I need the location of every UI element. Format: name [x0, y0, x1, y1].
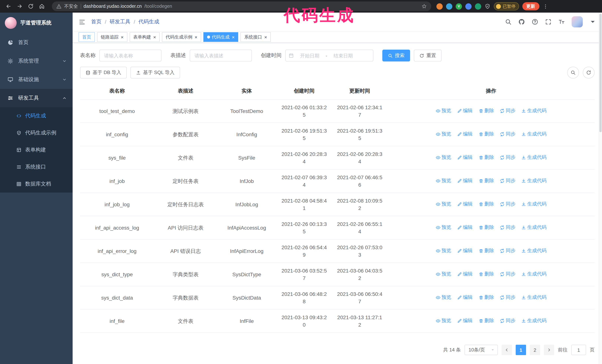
sync-link[interactable]: 同步	[500, 107, 516, 114]
next-page-button[interactable]	[544, 345, 554, 355]
preview-link[interactable]: 预览	[435, 177, 451, 185]
sync-link[interactable]: 同步	[500, 247, 516, 255]
sync-link[interactable]: 同步	[500, 154, 516, 161]
generate-code-link[interactable]: 生成代码	[521, 107, 547, 114]
edit-link[interactable]: 编辑	[457, 270, 473, 278]
date-range-picker[interactable]: -	[285, 50, 373, 62]
close-icon[interactable]: ×	[264, 35, 267, 40]
tab-form-builder[interactable]: 表单构建 ×	[129, 32, 160, 42]
table-desc-input[interactable]	[190, 50, 252, 62]
sync-link[interactable]: 同步	[500, 200, 516, 208]
generate-code-link[interactable]: 生成代码	[521, 270, 547, 278]
edit-link[interactable]: 编辑	[457, 294, 473, 301]
sidebar-item-form-builder[interactable]: 表单构建	[0, 141, 73, 158]
edit-link[interactable]: 编辑	[457, 200, 473, 208]
sync-link[interactable]: 同步	[500, 294, 516, 301]
tab-system-api[interactable]: 系统接口 ×	[241, 32, 271, 42]
help-icon[interactable]	[532, 19, 538, 25]
goto-page-input[interactable]	[571, 345, 586, 355]
edit-link[interactable]: 编辑	[457, 224, 473, 231]
edit-link[interactable]: 编辑	[457, 107, 473, 114]
close-icon[interactable]: ×	[194, 35, 197, 40]
delete-link[interactable]: 删除	[478, 224, 494, 231]
delete-link[interactable]: 删除	[478, 247, 494, 255]
font-size-icon[interactable]	[558, 19, 565, 25]
tab-home[interactable]: 首页	[78, 32, 95, 42]
sidebar-item-system-api[interactable]: 系统接口	[0, 158, 73, 176]
generate-code-link[interactable]: 生成代码	[521, 131, 547, 138]
sync-link[interactable]: 同步	[500, 131, 516, 138]
preview-link[interactable]: 预览	[435, 247, 451, 255]
preview-link[interactable]: 预览	[435, 270, 451, 278]
delete-link[interactable]: 删除	[478, 294, 494, 301]
page-scrollbar[interactable]	[599, 13, 602, 364]
generate-code-link[interactable]: 生成代码	[521, 294, 547, 301]
prev-page-button[interactable]	[502, 345, 512, 355]
preview-link[interactable]: 预览	[435, 154, 451, 161]
caret-down-icon[interactable]	[589, 19, 596, 25]
preview-link[interactable]: 预览	[435, 317, 451, 324]
sidebar-item-home[interactable]: 首页	[0, 33, 73, 52]
delete-link[interactable]: 删除	[478, 177, 494, 185]
tab-tracing[interactable]: 链路追踪 ×	[97, 32, 127, 42]
delete-link[interactable]: 删除	[478, 270, 494, 278]
sidebar-item-codegen[interactable]: 代码生成	[0, 107, 73, 125]
breadcrumb-home[interactable]: 首页	[91, 19, 101, 25]
generate-code-link[interactable]: 生成代码	[521, 317, 547, 324]
edit-link[interactable]: 编辑	[457, 154, 473, 161]
generate-code-link[interactable]: 生成代码	[521, 200, 547, 208]
search-icon[interactable]	[505, 19, 512, 25]
edit-link[interactable]: 编辑	[457, 177, 473, 185]
sync-link[interactable]: 同步	[500, 224, 516, 231]
page-button-1[interactable]: 1	[516, 345, 526, 355]
extension-icon-orange[interactable]	[436, 3, 443, 10]
sync-link[interactable]: 同步	[500, 270, 516, 278]
close-icon[interactable]: ×	[153, 35, 156, 40]
sidebar-collapse-icon[interactable]	[78, 18, 86, 25]
preview-link[interactable]: 预览	[435, 131, 451, 138]
breadcrumb-devtools[interactable]: 研发工具	[110, 19, 130, 25]
start-date-input[interactable]	[295, 52, 324, 59]
extension-icon-people[interactable]	[465, 3, 472, 10]
preview-link[interactable]: 预览	[435, 224, 451, 231]
home-icon[interactable]	[37, 1, 47, 11]
delete-link[interactable]: 删除	[478, 107, 494, 114]
close-icon[interactable]: ×	[121, 35, 124, 40]
extension-icon-teal[interactable]	[475, 3, 481, 10]
edit-link[interactable]: 编辑	[457, 247, 473, 255]
back-icon[interactable]	[4, 1, 13, 11]
delete-link[interactable]: 删除	[478, 154, 494, 161]
toggle-search-button[interactable]	[567, 67, 579, 79]
scrollbar-thumb[interactable]	[599, 14, 602, 132]
reset-button[interactable]: 重置	[414, 50, 441, 62]
extension-puzzle-icon[interactable]	[484, 3, 491, 9]
end-date-input[interactable]	[329, 52, 358, 59]
preview-link[interactable]: 预览	[435, 107, 451, 114]
extension-icon-blue-drop[interactable]	[446, 3, 452, 10]
search-button[interactable]: 搜索	[382, 50, 410, 62]
github-icon[interactable]	[518, 19, 525, 25]
edit-link[interactable]: 编辑	[457, 131, 473, 138]
preview-link[interactable]: 预览	[435, 200, 451, 208]
user-avatar[interactable]	[572, 16, 583, 27]
update-button[interactable]: 更新	[522, 2, 539, 10]
sidebar-item-infra[interactable]: 基础设施	[0, 70, 73, 89]
delete-link[interactable]: 删除	[478, 317, 494, 324]
sync-link[interactable]: 同步	[500, 177, 516, 185]
delete-link[interactable]: 删除	[478, 200, 494, 208]
import-db-button[interactable]: 基于 DB 导入	[80, 67, 127, 79]
generate-code-link[interactable]: 生成代码	[521, 224, 547, 231]
sidebar-item-db-doc[interactable]: 数据库文档	[0, 176, 73, 193]
generate-code-link[interactable]: 生成代码	[521, 177, 547, 185]
generate-code-link[interactable]: 生成代码	[521, 154, 547, 161]
sidebar-item-devtools[interactable]: 研发工具	[0, 89, 73, 107]
preview-link[interactable]: 预览	[435, 294, 451, 301]
sync-link[interactable]: 同步	[500, 317, 516, 324]
close-icon[interactable]: ×	[232, 35, 235, 40]
page-button-2[interactable]: 2	[530, 345, 540, 355]
refresh-table-button[interactable]	[583, 67, 595, 79]
browser-menu-kebab-icon[interactable]	[543, 3, 548, 9]
tab-codegen-example[interactable]: 代码生成示例 ×	[162, 32, 201, 42]
paused-badge[interactable]: 已暂停	[494, 2, 519, 10]
reload-icon[interactable]	[26, 1, 36, 11]
